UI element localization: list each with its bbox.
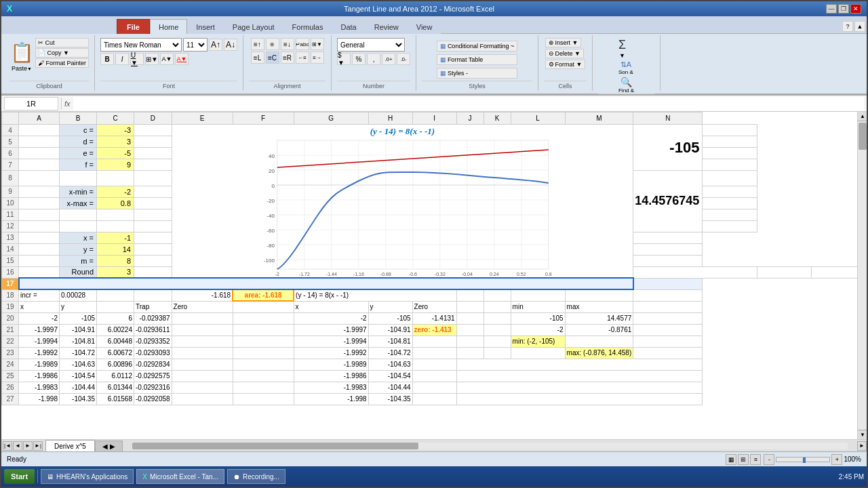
cell-a23[interactable]: -1.9992 xyxy=(19,347,60,359)
cell-l16[interactable] xyxy=(757,266,812,278)
sheet-tab-2[interactable]: ◀ ▶ xyxy=(95,441,123,451)
cell-n23[interactable] xyxy=(633,347,703,359)
cell-b25[interactable]: -104.54 xyxy=(60,370,97,382)
cell-l22[interactable]: min: (-2, -105) xyxy=(511,336,565,347)
cell-a4[interactable] xyxy=(19,125,60,136)
cell-b5[interactable]: d = xyxy=(60,136,97,148)
cell-row17-merged[interactable] xyxy=(19,278,633,289)
cell-e23[interactable] xyxy=(172,347,233,359)
cell-b20[interactable]: -105 xyxy=(60,312,97,324)
cut-button[interactable]: ✂ Cut xyxy=(35,38,89,47)
copy-button[interactable]: 📄 Copy ▼ xyxy=(35,48,89,58)
cell-d21[interactable]: -0.0293611 xyxy=(134,324,172,336)
cell-a6[interactable] xyxy=(19,148,60,159)
cell-j23[interactable] xyxy=(456,347,484,359)
cell-h22[interactable]: -104.81 xyxy=(368,336,412,347)
cell-c8[interactable] xyxy=(97,171,134,186)
cell-i27[interactable] xyxy=(412,393,456,405)
cell-n6[interactable] xyxy=(703,148,757,159)
cell-d11[interactable] xyxy=(134,209,172,220)
tab-file[interactable]: File xyxy=(117,19,150,34)
col-header-f[interactable]: F xyxy=(233,113,294,125)
underline-button[interactable]: U ▼ xyxy=(130,53,144,65)
cell-m20[interactable]: 14.4577 xyxy=(565,312,633,324)
align-left-button[interactable]: ≡L xyxy=(251,52,264,64)
cell-k18[interactable] xyxy=(484,289,511,301)
cell-n13[interactable] xyxy=(633,232,703,243)
scroll-thumb[interactable] xyxy=(859,123,867,150)
increase-font-button[interactable]: A↑ xyxy=(209,39,222,51)
cell-c6[interactable]: -5 xyxy=(97,148,134,159)
cell-a19[interactable]: x xyxy=(19,301,60,312)
h-scroll-thumb[interactable] xyxy=(132,443,418,449)
cell-c22[interactable]: 6.00448 xyxy=(97,336,134,347)
cell-a27[interactable]: -1.998 xyxy=(19,393,60,405)
cell-b18[interactable]: 0.00028 xyxy=(60,289,97,301)
cell-b8[interactable] xyxy=(60,171,97,186)
cell-f18[interactable]: area: -1.618 xyxy=(233,289,294,301)
normal-view-button[interactable]: ▦ xyxy=(726,454,736,465)
number-format-select[interactable]: General xyxy=(337,38,405,52)
sheet-tab-derive[interactable]: Derive x^5 xyxy=(45,440,95,452)
cell-b27[interactable]: -104.35 xyxy=(60,393,97,405)
col-header-c[interactable]: C xyxy=(97,113,134,125)
zoom-out-button[interactable]: - xyxy=(764,454,774,465)
cell-n19[interactable] xyxy=(633,301,703,312)
cell-n4[interactable] xyxy=(703,125,757,136)
restore-button[interactable]: ❐ xyxy=(838,4,849,14)
cell-g19[interactable]: x xyxy=(294,301,368,312)
cell-reference-box[interactable]: 1R xyxy=(4,97,58,110)
cell-d23[interactable]: -0.0293093 xyxy=(134,347,172,359)
cell-c9[interactable]: -2 xyxy=(97,186,134,197)
sum-button[interactable]: Σ ▼ xyxy=(618,38,626,59)
cell-d15[interactable] xyxy=(134,255,172,266)
cell-b12[interactable] xyxy=(60,220,97,232)
cell-d26[interactable]: -0.0292316 xyxy=(134,382,172,393)
cell-c11[interactable] xyxy=(97,209,134,220)
close-button[interactable]: ✕ xyxy=(850,4,861,14)
cell-h26[interactable]: -104.44 xyxy=(368,382,412,393)
cell-d5[interactable] xyxy=(134,136,172,148)
cell-c14[interactable]: 14 xyxy=(97,243,134,255)
cell-d27[interactable]: -0.0292058 xyxy=(134,393,172,405)
cell-k22[interactable] xyxy=(484,336,511,347)
cell-d16[interactable] xyxy=(134,266,172,278)
col-header-m[interactable]: M xyxy=(565,113,633,125)
cell-b21[interactable]: -104.91 xyxy=(60,324,97,336)
col-header-b[interactable]: B xyxy=(60,113,97,125)
cell-n7[interactable] xyxy=(703,159,757,171)
vertical-scrollbar[interactable]: ▲ ▼ xyxy=(857,112,867,439)
cell-f25[interactable] xyxy=(233,370,294,382)
format-table-button[interactable]: ▦ Format Table xyxy=(437,54,517,65)
scroll-down-button[interactable]: ▼ xyxy=(858,430,867,439)
tab-formulas[interactable]: Formulas xyxy=(283,19,332,34)
cell-a14[interactable] xyxy=(19,243,60,255)
comma-button[interactable]: , xyxy=(367,53,380,65)
cell-c25[interactable]: 6.0112 xyxy=(97,370,134,382)
horizontal-scroll[interactable]: ► xyxy=(123,441,867,451)
cell-i19[interactable]: Zero xyxy=(412,301,456,312)
cell-g20[interactable]: -2 xyxy=(294,312,368,324)
cell-f24[interactable] xyxy=(233,359,294,370)
cell-d10[interactable] xyxy=(134,197,172,209)
cell-f21[interactable] xyxy=(233,324,294,336)
cell-h21[interactable]: -104.91 xyxy=(368,324,412,336)
cell-f19[interactable] xyxy=(233,301,294,312)
cell-b10[interactable]: x-max = xyxy=(60,197,97,209)
cell-f26[interactable] xyxy=(233,382,294,393)
col-header-a[interactable]: A xyxy=(19,113,60,125)
decrease-indent-button[interactable]: ←≡ xyxy=(296,52,309,64)
col-header-j[interactable]: J xyxy=(456,113,484,125)
cell-b16[interactable]: Round xyxy=(60,266,97,278)
cell-d22[interactable]: -0.0293352 xyxy=(134,336,172,347)
cell-a5[interactable] xyxy=(19,136,60,148)
tab-page-layout[interactable]: Page Layout xyxy=(224,19,283,34)
minimize-button[interactable]: — xyxy=(826,4,837,14)
align-top-button[interactable]: ≡↑ xyxy=(251,38,264,50)
taskbar-item-recording[interactable]: ⏺ Recording... xyxy=(227,469,285,484)
border-button[interactable]: ⊞▼ xyxy=(145,53,159,65)
cell-j-n26[interactable] xyxy=(456,382,703,393)
cell-c20[interactable]: 6 xyxy=(97,312,134,324)
col-header-e[interactable]: E xyxy=(172,113,233,125)
cell-a16[interactable] xyxy=(19,266,60,278)
